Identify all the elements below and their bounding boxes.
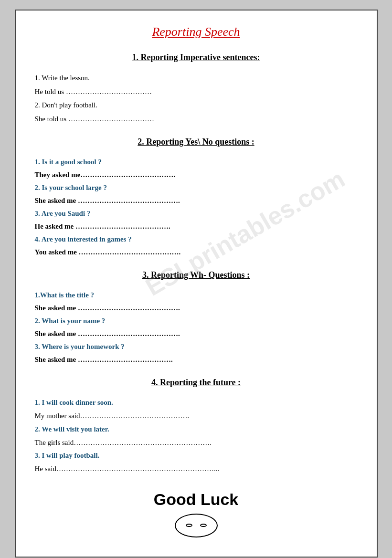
- section4-a2: The girls said………………………………………………….: [35, 436, 358, 450]
- section4-a1: My mother said……………………………………….: [35, 409, 358, 423]
- section1-item2-answer: She told us ………………………………: [35, 112, 358, 126]
- section3-a3: She asked me ………………………………….: [35, 353, 358, 366]
- section-future: 4. Reporting the future : 1. I will cook…: [35, 378, 358, 476]
- section2-q3: 3. Are you Saudi ?: [35, 207, 358, 220]
- section4-q2: 2. We will visit you later.: [35, 423, 358, 436]
- section2-q1: 1. Is it a good school ?: [35, 156, 358, 168]
- section2-q2: 2. Is your school large ?: [35, 181, 358, 194]
- section1-item1-question: 1. Write the lesson.: [35, 71, 358, 85]
- smiley-face: [175, 514, 218, 537]
- section4-q1: 1. I will cook dinner soon.: [35, 396, 358, 409]
- section3-a2: She asked me …………………………………….: [35, 327, 358, 340]
- section1-item2-question: 2. Don't play football.: [35, 98, 358, 112]
- section2-a2: She asked me …………………………………….: [35, 194, 358, 207]
- section3-q1: 1.What is the title ?: [35, 289, 358, 302]
- left-eye: [186, 524, 192, 527]
- page: ESLprintables.com Reporting Speech 1. Re…: [15, 10, 378, 558]
- section2-a3: He asked me ………………………………….: [35, 220, 358, 233]
- section-yesno: 2. Reporting Yes\ No questions : 1. Is i…: [35, 137, 358, 259]
- section2-q4: 4. Are you interested in games ?: [35, 233, 358, 246]
- section3-a1: She asked me …………………………………….: [35, 302, 358, 315]
- section4-heading: 4. Reporting the future :: [35, 378, 358, 388]
- section3-q3: 3. Where is your homework ?: [35, 340, 358, 353]
- section1-heading: 1. Reporting Imperative sentences:: [35, 53, 358, 63]
- page-title: Reporting Speech: [35, 25, 358, 39]
- section1-item1-answer: He told us ………………………………: [35, 85, 358, 99]
- right-eye: [200, 524, 207, 527]
- section-wh: 3. Reporting Wh- Questions : 1.What is t…: [35, 270, 358, 366]
- section3-q2: 2. What is your name ?: [35, 315, 358, 327]
- section4-a3: He said…………………………………………………………...: [35, 462, 358, 476]
- section2-a4: You asked me …………………………………….: [35, 246, 358, 259]
- section3-heading: 3. Reporting Wh- Questions :: [35, 270, 358, 280]
- good-luck-section: Good Luck: [35, 490, 358, 537]
- section2-a1: They asked me………………………………….: [35, 168, 358, 181]
- section-imperative: 1. Reporting Imperative sentences: 1. Wr…: [35, 53, 358, 126]
- section2-heading: 2. Reporting Yes\ No questions :: [35, 137, 358, 147]
- section4-q3: 3. I will play football.: [35, 449, 358, 462]
- good-luck-text: Good Luck: [35, 490, 358, 509]
